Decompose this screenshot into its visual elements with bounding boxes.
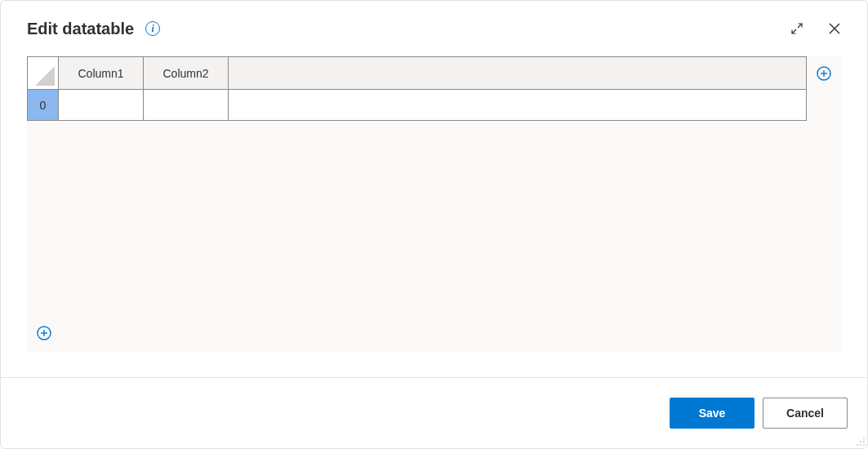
- dialog-body: Column1 Column2 0: [1, 48, 867, 377]
- svg-point-5: [857, 444, 858, 446]
- table-cell[interactable]: [59, 90, 144, 121]
- column-header-empty[interactable]: [229, 57, 807, 90]
- cancel-button[interactable]: Cancel: [763, 398, 848, 429]
- row-index-cell[interactable]: 0: [28, 90, 59, 121]
- edit-datatable-dialog: Edit datatable i: [0, 0, 868, 449]
- dialog-footer: Save Cancel: [1, 377, 867, 448]
- svg-point-2: [863, 438, 865, 439]
- svg-point-3: [860, 441, 861, 442]
- table-header-row: Column1 Column2: [28, 57, 807, 90]
- dialog-header: Edit datatable i: [1, 1, 867, 48]
- save-button[interactable]: Save: [670, 398, 754, 429]
- datatable-area: Column1 Column2 0: [27, 56, 841, 352]
- table-row: 0: [28, 90, 807, 121]
- table-cell[interactable]: [144, 90, 229, 121]
- add-row-button[interactable]: [37, 326, 53, 342]
- svg-point-4: [863, 441, 865, 442]
- column-header[interactable]: Column1: [59, 57, 144, 90]
- close-icon[interactable]: [821, 16, 848, 42]
- add-column-button[interactable]: [817, 66, 833, 82]
- dialog-title: Edit datatable: [27, 20, 134, 38]
- expand-icon[interactable]: [784, 16, 810, 42]
- resize-grip-icon[interactable]: [854, 435, 866, 447]
- select-all-corner[interactable]: [28, 57, 59, 90]
- svg-point-7: [863, 444, 865, 446]
- svg-point-6: [860, 444, 861, 446]
- datatable[interactable]: Column1 Column2 0: [27, 56, 807, 121]
- column-header[interactable]: Column2: [144, 57, 229, 90]
- table-cell[interactable]: [229, 90, 807, 121]
- info-icon[interactable]: i: [145, 21, 160, 36]
